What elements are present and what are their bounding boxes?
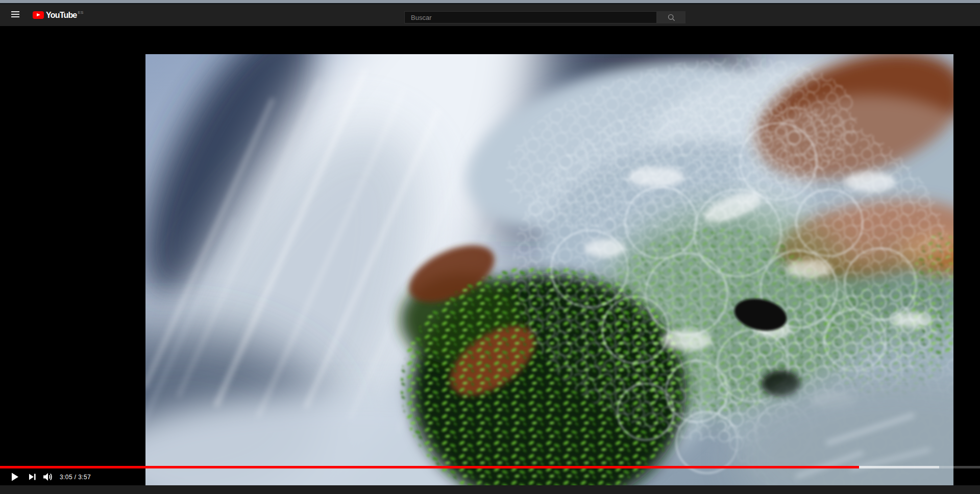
volume-up-icon: [43, 473, 54, 481]
video-player: 3:05 / 3:57: [0, 26, 980, 485]
video-player-frame[interactable]: [145, 54, 953, 485]
search-input[interactable]: [405, 12, 656, 23]
play-icon: [11, 473, 19, 481]
next-track-icon: [29, 474, 36, 480]
browser-viewport: YouTube ES: [0, 0, 980, 494]
guide-menu-button[interactable]: [11, 11, 20, 19]
search-button[interactable]: [657, 11, 685, 23]
logo-country-code: ES: [78, 10, 83, 15]
video-frame-image: [145, 54, 953, 485]
play-button[interactable]: [9, 468, 20, 485]
volume-button[interactable]: [42, 468, 55, 485]
hamburger-icon: [11, 11, 19, 12]
magnifier-icon: [668, 14, 675, 21]
current-time: 3:05: [60, 474, 72, 481]
youtube-play-icon: [33, 11, 44, 19]
player-controls: 3:05 / 3:57: [0, 468, 408, 485]
time-display: 3:05 / 3:57: [60, 468, 91, 485]
duration: 3:57: [78, 474, 91, 481]
page-background-strip: [0, 485, 980, 494]
youtube-logo[interactable]: YouTube ES: [33, 10, 84, 20]
next-button[interactable]: [27, 468, 38, 485]
youtube-wordmark: YouTube: [46, 10, 77, 20]
youtube-header: YouTube ES: [0, 4, 980, 26]
search-box: [404, 11, 657, 23]
time-separator: /: [72, 474, 78, 481]
